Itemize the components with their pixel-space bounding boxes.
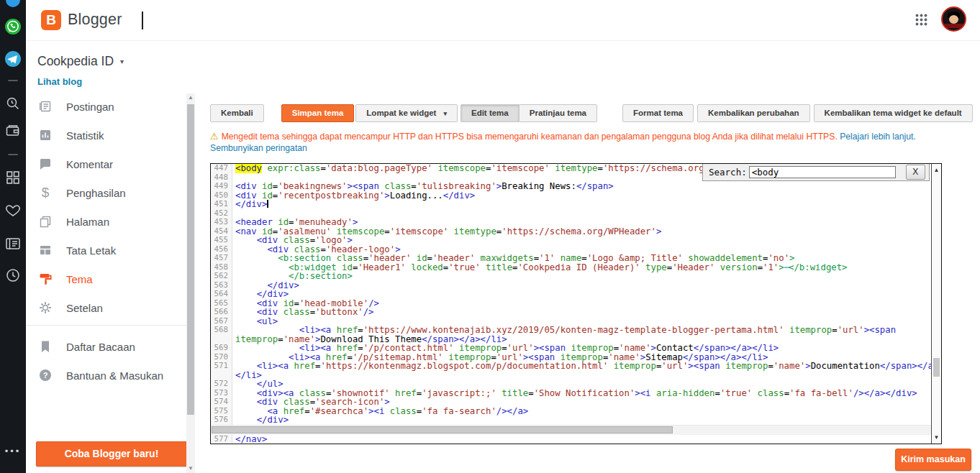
code-line[interactable]: 566 <div class='buttonx'/> bbox=[211, 308, 931, 317]
sidebar-footer-nav: Daftar Bacaan ? Bantuan & Masukan bbox=[26, 332, 186, 390]
line-number: 569 bbox=[211, 344, 232, 353]
code-line-content: <li><a href='https://kontenmagz.blogspot… bbox=[232, 362, 931, 371]
sidebar-item-penghasilan[interactable]: $ Penghasilan bbox=[26, 178, 186, 207]
sidebar-item-bantuan-masukan[interactable]: ? Bantuan & Masukan bbox=[26, 361, 186, 390]
view-blog-link[interactable]: Lihat blog bbox=[37, 76, 82, 87]
line-number: 451 bbox=[211, 200, 232, 209]
wallet-icon[interactable] bbox=[4, 121, 22, 140]
sidebar-scrollbar[interactable]: ▲ ▼ bbox=[186, 93, 195, 473]
blog-selector[interactable]: Cookpedia ID▾ bbox=[37, 54, 124, 69]
google-apps-icon[interactable] bbox=[915, 13, 928, 27]
scroll-down-icon[interactable]: ▼ bbox=[932, 433, 941, 442]
line-number: 577 bbox=[211, 435, 232, 444]
toolbar-left: Kembali Simpan tema Lompat ke widget▾ Ed… bbox=[210, 104, 597, 122]
scrollbar-thumb[interactable] bbox=[933, 358, 940, 377]
jump-to-widget-button[interactable]: Lompat ke widget▾ bbox=[355, 104, 458, 122]
send-feedback-button[interactable]: Kirim masukan bbox=[895, 449, 971, 471]
code-line-content: </div> bbox=[232, 415, 289, 425]
line-number: 572 bbox=[211, 380, 232, 389]
sidebar-item-label: Postingan bbox=[66, 101, 114, 113]
code-line[interactable]: 577</nav> bbox=[211, 435, 931, 444]
preview-theme-tab[interactable]: Pratinjau tema bbox=[519, 104, 597, 122]
earnings-icon: $ bbox=[38, 185, 53, 200]
sidebar-item-tata-letak[interactable]: Tata Letak bbox=[26, 236, 186, 265]
sidebar-item-tema[interactable]: Tema bbox=[26, 265, 186, 293]
code-line-content: </nav> bbox=[232, 435, 267, 444]
code-line-content: </div> bbox=[232, 200, 268, 209]
sidebar-item-setelan[interactable]: Setelan bbox=[26, 293, 186, 322]
code-line[interactable]: 575 <a href='#searchca'><i class='fa fa-… bbox=[211, 407, 931, 416]
code-line[interactable]: 563 </div> bbox=[211, 281, 931, 290]
search-label: Search: bbox=[709, 167, 747, 178]
scroll-down-icon[interactable]: ▼ bbox=[186, 464, 195, 473]
sidebar-item-komentar[interactable]: Komentar bbox=[26, 150, 186, 178]
learn-more-link[interactable]: Pelajari lebih lanjut. bbox=[840, 132, 916, 142]
code-line-content: <body expr:class='data:blog.pageType' it… bbox=[232, 164, 752, 173]
whatsapp-icon[interactable] bbox=[4, 17, 22, 36]
scrollbar-thumb[interactable] bbox=[187, 104, 194, 415]
blog-name: Cookpedia ID bbox=[37, 54, 114, 68]
sidebar-item-label: Tema bbox=[66, 273, 93, 285]
sidebar-item-daftar-bacaan[interactable]: Daftar Bacaan bbox=[26, 332, 186, 361]
sidebar-item-label: Statistik bbox=[66, 129, 104, 142]
search-history-icon[interactable] bbox=[4, 94, 22, 113]
line-number: 562 bbox=[211, 272, 232, 281]
revert-widget-templates-button[interactable]: Kembalikan tema widget ke default bbox=[814, 104, 973, 122]
pages-icon bbox=[38, 214, 53, 229]
revert-changes-button[interactable]: Kembalikan perubahan bbox=[697, 104, 810, 122]
avatar[interactable] bbox=[941, 6, 966, 32]
sidebar-item-label: Bantuan & Masukan bbox=[66, 369, 163, 382]
sidebar-item-label: Setelan bbox=[66, 302, 103, 314]
svg-text:?: ? bbox=[43, 371, 48, 380]
toolbar-right: Format tema Kembalikan perubahan Kembali… bbox=[622, 104, 973, 122]
try-new-blogger-button[interactable]: Coba Blogger baru! bbox=[36, 441, 187, 467]
blogger-logo[interactable]: B bbox=[41, 10, 61, 30]
sidebar-item-statistik[interactable]: Statistik bbox=[26, 121, 186, 150]
save-theme-button[interactable]: Simpan tema bbox=[281, 104, 355, 122]
line-number: 449 bbox=[211, 182, 232, 191]
warning-text: Mengedit tema sehingga dapat mencampur H… bbox=[222, 132, 840, 142]
code-line[interactable]: </li> bbox=[211, 371, 931, 380]
messenger-icon[interactable] bbox=[6, 0, 20, 7]
line-number: 457 bbox=[211, 254, 232, 263]
close-search-button[interactable]: X bbox=[906, 165, 925, 180]
layout-icon bbox=[38, 243, 53, 257]
code-area[interactable]: 447<body expr:class='data:blog.pageType'… bbox=[211, 164, 931, 444]
sidebar-item-postingan[interactable]: Postingan bbox=[26, 92, 186, 121]
format-theme-button[interactable]: Format tema bbox=[622, 104, 694, 122]
rail-divider bbox=[8, 154, 18, 155]
code-line[interactable]: 450<div id='recentpostbreaking'>Loading.… bbox=[211, 191, 931, 201]
sidebar-item-halaman[interactable]: Halaman bbox=[26, 207, 186, 236]
scroll-up-icon[interactable]: ▲ bbox=[186, 93, 195, 102]
line-number: 447 bbox=[211, 164, 232, 173]
sidebar-item-label: Halaman bbox=[66, 216, 109, 228]
line-number: 455 bbox=[211, 236, 232, 245]
avatar-band bbox=[943, 24, 965, 28]
sidebar-nav: Postingan Statistik Komentar $ Penghasil… bbox=[26, 92, 186, 322]
editor-horizontal-scrollbar[interactable] bbox=[211, 425, 931, 435]
more-dots-icon[interactable]: ••• bbox=[5, 446, 22, 456]
title-divider bbox=[142, 12, 143, 29]
hide-warning-link[interactable]: Sembunyikan peringatan bbox=[210, 143, 307, 153]
telegram-icon[interactable] bbox=[4, 50, 22, 68]
settings-icon bbox=[38, 300, 53, 315]
code-line[interactable]: 562 </b:section> bbox=[211, 272, 931, 281]
code-line[interactable]: 451</div> bbox=[211, 200, 931, 209]
chevron-down-icon: ▾ bbox=[120, 58, 124, 65]
heart-icon[interactable] bbox=[4, 201, 22, 220]
editor-vertical-scrollbar[interactable]: ▲ ▼ bbox=[931, 164, 941, 444]
edit-theme-tab[interactable]: Edit tema bbox=[460, 104, 519, 122]
search-input[interactable] bbox=[749, 166, 896, 178]
scrollbar-thumb[interactable] bbox=[212, 426, 673, 433]
line-number: 576 bbox=[211, 415, 232, 425]
code-line[interactable]: 576 </div> bbox=[211, 415, 931, 425]
editor-search-bar: Search: X bbox=[702, 164, 930, 181]
history-clock-icon[interactable] bbox=[4, 266, 22, 285]
theme-code-editor[interactable]: 447<body expr:class='data:blog.pageType'… bbox=[210, 163, 942, 444]
sidebar-item-label: Tata Letak bbox=[66, 244, 116, 257]
apps-grid-rail-icon[interactable] bbox=[4, 168, 22, 187]
code-line[interactable]: 571 <li><a href='https://kontenmagz.blog… bbox=[211, 362, 931, 371]
news-feed-icon[interactable] bbox=[4, 234, 22, 253]
scroll-up-icon[interactable]: ▲ bbox=[932, 165, 941, 175]
back-button[interactable]: Kembali bbox=[210, 104, 264, 122]
